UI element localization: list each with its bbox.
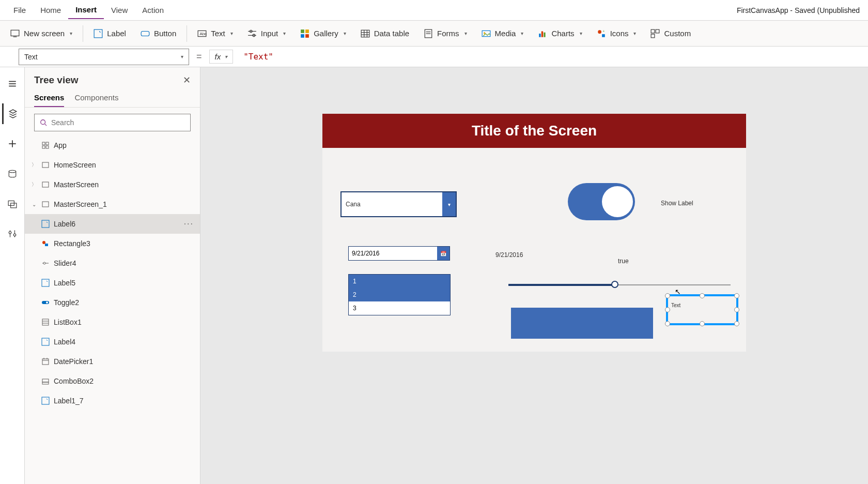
svg-rect-32 [652, 34, 655, 38]
data-table-button[interactable]: Data table [354, 26, 415, 41]
formula-bar: Text▾ = fx▾ "Text" [0, 47, 868, 67]
canvas-area: Title of the Screen Cana ▾ Show Label 9/… [200, 67, 868, 484]
property-dropdown[interactable]: Text▾ [19, 49, 189, 65]
label-icon [40, 397, 51, 405]
node-rectangle3[interactable]: Rectangle3 [25, 234, 200, 253]
node-homescreen[interactable]: 〉HomeScreen [25, 155, 200, 175]
label-button[interactable]: Label [87, 26, 132, 41]
svg-line-46 [45, 124, 47, 126]
node-app[interactable]: App [25, 135, 200, 155]
svg-rect-2 [94, 29, 102, 38]
rail-media[interactable] [2, 193, 23, 214]
svg-rect-25 [541, 31, 543, 37]
fx-button[interactable]: fx▾ [209, 50, 234, 64]
node-listbox1[interactable]: ListBox1 [25, 312, 200, 332]
forms-button[interactable]: Forms▾ [417, 26, 473, 41]
icons-button[interactable]: + Icons▾ [591, 26, 643, 41]
slider-control[interactable] [508, 284, 731, 285]
list-item[interactable]: 2 [349, 288, 450, 301]
media-icon [482, 29, 491, 38]
node-label1-7[interactable]: Label1_7 [25, 391, 200, 411]
svg-rect-66 [42, 359, 49, 365]
tab-components[interactable]: Components [74, 89, 118, 107]
input-icon [247, 29, 257, 38]
charts-button[interactable]: Charts▾ [532, 26, 588, 41]
text-button[interactable]: Abc Text▾ [191, 26, 239, 41]
button-button[interactable]: Button [134, 26, 182, 41]
svg-point-44 [13, 234, 16, 236]
node-slider4[interactable]: Slider4 [25, 253, 200, 273]
menu-file[interactable]: File [6, 2, 33, 19]
gallery-button[interactable]: Gallery▾ [294, 26, 352, 41]
input-button[interactable]: Input▾ [241, 26, 292, 41]
svg-rect-12 [301, 34, 304, 38]
media-button[interactable]: Media▾ [475, 26, 530, 41]
datepicker-control[interactable]: 9/21/2016 📅 [348, 246, 450, 261]
calendar-icon[interactable]: 📅 [437, 247, 450, 260]
calendar-icon [40, 357, 51, 366]
screen-title: Title of the Screen [322, 114, 746, 148]
close-icon[interactable]: ✕ [183, 74, 191, 86]
svg-rect-13 [305, 34, 309, 38]
svg-rect-65 [42, 338, 49, 345]
new-screen-button[interactable]: New screen▾ [4, 26, 79, 41]
screen-icon [40, 200, 51, 208]
svg-point-58 [43, 262, 45, 264]
label-icon [40, 338, 51, 346]
design-canvas[interactable]: Title of the Screen Cana ▾ Show Label 9/… [322, 114, 746, 352]
menu-home[interactable]: Home [33, 2, 68, 19]
svg-point-27 [598, 30, 601, 34]
show-label-text: Show Label [661, 200, 693, 207]
svg-rect-54 [42, 220, 49, 228]
rail-insert[interactable] [2, 133, 23, 154]
rectangle-control[interactable] [511, 308, 653, 339]
table-icon [361, 29, 370, 38]
formula-input[interactable]: "Text" [237, 52, 864, 62]
slider-icon [40, 259, 51, 267]
rail-tree[interactable] [2, 103, 23, 124]
list-item[interactable]: 1 [349, 275, 450, 288]
combobox-control[interactable]: Cana ▾ [340, 191, 457, 217]
svg-rect-49 [42, 146, 45, 148]
label-icon [94, 29, 103, 38]
svg-rect-3 [141, 31, 149, 36]
node-label5[interactable]: Label5 [25, 273, 200, 293]
app-icon [40, 141, 51, 149]
svg-rect-53 [42, 202, 49, 207]
svg-rect-0 [11, 30, 19, 36]
node-masterscreen[interactable]: 〉MasterScreen [25, 175, 200, 194]
date-label: 9/21/2016 [495, 251, 523, 259]
menu-action[interactable]: Action [135, 2, 171, 19]
chevron-down-icon[interactable]: ▾ [442, 192, 456, 216]
rail-advanced[interactable] [2, 223, 23, 244]
button-icon [141, 29, 150, 38]
search-input[interactable] [51, 118, 185, 127]
rail-data[interactable] [2, 163, 23, 184]
node-combobox2[interactable]: ComboBox2 [25, 371, 200, 391]
tab-screens[interactable]: Screens [34, 89, 64, 107]
svg-point-38 [9, 170, 16, 173]
listbox-control[interactable]: 1 2 3 [348, 274, 451, 315]
toggle-control[interactable] [568, 183, 635, 220]
svg-rect-11 [305, 29, 309, 33]
label-icon [40, 279, 51, 287]
node-label6[interactable]: Label6··· [25, 214, 200, 234]
node-toggle2[interactable]: Toggle2 [25, 293, 200, 312]
svg-rect-50 [46, 146, 49, 148]
svg-point-45 [41, 120, 45, 125]
rail-hamburger[interactable] [2, 73, 23, 94]
gallery-icon [300, 29, 309, 38]
menu-insert[interactable]: Insert [68, 1, 104, 19]
more-icon[interactable]: ··· [184, 219, 194, 229]
node-datepicker1[interactable]: DatePicker1 [25, 352, 200, 371]
tree-search[interactable] [34, 114, 191, 131]
node-masterscreen1[interactable]: ⌄MasterScreen_1 [25, 194, 200, 214]
node-label4[interactable]: Label4 [25, 332, 200, 352]
selected-label-control[interactable]: Text [666, 294, 738, 325]
list-item[interactable]: 3 [349, 301, 450, 315]
screen-icon [40, 180, 51, 189]
svg-rect-48 [46, 142, 49, 145]
custom-button[interactable]: Custom [644, 26, 697, 41]
menu-view[interactable]: View [104, 2, 135, 19]
svg-rect-52 [42, 182, 49, 187]
